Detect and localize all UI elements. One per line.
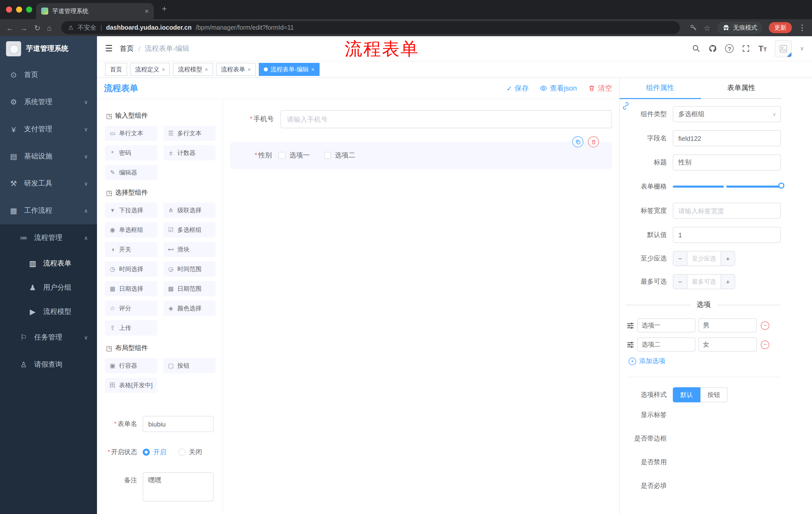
forward-icon[interactable]: →: [20, 24, 28, 31]
palette-item-editor[interactable]: ✎编辑器: [105, 165, 157, 180]
palette-item-slider[interactable]: ⊷滑块: [163, 242, 215, 257]
sidebar-item-workflow[interactable]: ▦ 工作流程 ∧: [0, 197, 97, 224]
palette-item-row-container[interactable]: ▣行容器: [105, 358, 157, 373]
browser-menu-icon[interactable]: ⋮: [799, 23, 806, 32]
sidebar-item-system[interactable]: ⚙ 系统管理 ∨: [0, 88, 97, 116]
checkbox[interactable]: [279, 152, 285, 159]
status-radio-off[interactable]: 关闭: [178, 448, 202, 457]
palette-item-switch[interactable]: ◑开关: [105, 242, 157, 257]
update-button[interactable]: 更新: [769, 22, 792, 33]
title-input[interactable]: [673, 154, 781, 170]
option-name-input[interactable]: [637, 318, 695, 332]
checkbox[interactable]: [324, 152, 331, 159]
grid-slider[interactable]: [673, 186, 781, 188]
field-name-input[interactable]: [673, 130, 781, 146]
palette-item-rate[interactable]: ☆评分: [105, 301, 157, 316]
remove-option-button[interactable]: −: [761, 340, 769, 349]
canvas-field-gender-selected[interactable]: *性别 选项一 选项二: [230, 142, 612, 169]
avatar[interactable]: [775, 40, 792, 57]
palette-item-date-range[interactable]: ▩日期范围: [163, 281, 215, 296]
tag-process-form[interactable]: 流程表单 ×: [216, 63, 256, 76]
add-option-button[interactable]: + 添加选项: [629, 357, 781, 366]
style-button-button[interactable]: 按钮: [700, 387, 728, 402]
fullscreen-icon[interactable]: [742, 44, 750, 53]
gender-option-1[interactable]: 选项一: [279, 151, 310, 160]
home-icon[interactable]: ⌂: [47, 24, 52, 31]
view-json-button[interactable]: 查看json: [540, 84, 577, 93]
help-icon[interactable]: ?: [725, 44, 734, 53]
palette-item-cascader[interactable]: ⋔级联选择: [163, 203, 215, 218]
tag-close-icon[interactable]: ×: [248, 66, 251, 72]
sidebar-item-home[interactable]: ⊙ 首页: [0, 61, 97, 88]
breadcrumb-home[interactable]: 首页: [120, 44, 134, 53]
default-value-input[interactable]: [673, 227, 781, 243]
tab-close-icon[interactable]: ×: [145, 7, 149, 15]
label-width-input[interactable]: [673, 203, 781, 219]
sidebar-item-process-mgmt[interactable]: ≔ 流程管理 ∧: [0, 224, 97, 251]
tag-process-definition[interactable]: 流程定义 ×: [130, 63, 170, 76]
address-bar[interactable]: ⚠ 不安全 | dashboard.yudao.iocoder.cn/bpm/m…: [61, 21, 679, 34]
palette-item-upload[interactable]: ⇪上传: [105, 320, 157, 335]
password-key-icon[interactable]: [689, 24, 697, 32]
form-name-input[interactable]: [143, 416, 213, 432]
form-remark-textarea[interactable]: 嘿嘿: [143, 472, 213, 502]
sidebar-item-pay[interactable]: ¥ 支付管理 ∨: [0, 116, 97, 143]
palette-item-counter[interactable]: ±计数器: [163, 145, 215, 160]
palette-item-button[interactable]: ▢按钮: [163, 358, 215, 373]
form-canvas[interactable]: *手机号 *性别 选项一 选项二: [223, 99, 619, 514]
palette-item-table[interactable]: 田表格[开发中]: [105, 378, 157, 393]
drag-handle-icon[interactable]: [627, 322, 634, 329]
sidebar-item-task-mgmt[interactable]: ⚐ 任务管理 ∨: [0, 324, 97, 351]
search-icon[interactable]: [692, 44, 701, 53]
sidebar-item-dev[interactable]: ⚒ 研发工具 ∨: [0, 170, 97, 197]
style-default-button[interactable]: 默认: [673, 387, 700, 402]
gender-option-2[interactable]: 选项二: [324, 151, 355, 160]
copy-component-button[interactable]: [572, 136, 583, 147]
link-icon[interactable]: [621, 102, 630, 110]
github-icon[interactable]: [709, 44, 717, 53]
drag-handle-icon[interactable]: [627, 341, 634, 348]
option-value-input[interactable]: [698, 337, 757, 352]
window-zoom-button[interactable]: [26, 6, 32, 12]
status-radio-on[interactable]: 开启: [143, 448, 166, 457]
sidebar-item-user-group[interactable]: ♟ 用户分组: [0, 276, 97, 300]
min-select-input[interactable]: 至少应选: [687, 251, 721, 266]
new-tab-button[interactable]: +: [162, 4, 167, 14]
option-value-input[interactable]: [698, 318, 757, 332]
palette-item-dropdown[interactable]: ▾下拉选择: [105, 203, 157, 218]
tag-process-model[interactable]: 流程模型 ×: [173, 63, 213, 76]
palette-item-time-range[interactable]: ◶时间范围: [163, 262, 215, 277]
tag-close-icon[interactable]: ×: [311, 66, 315, 72]
tag-process-form-edit[interactable]: 流程表单-编辑 ×: [259, 63, 320, 76]
palette-item-date-picker[interactable]: ▦日期选择: [105, 281, 157, 296]
palette-item-color-picker[interactable]: ◈颜色选择: [163, 301, 215, 316]
palette-item-password[interactable]: ＊密码: [105, 145, 157, 160]
palette-item-multi-line-text[interactable]: ☰多行文本: [163, 126, 215, 141]
palette-item-single-line-text[interactable]: ▭单行文本: [105, 126, 157, 141]
phone-input[interactable]: [280, 110, 612, 128]
back-icon[interactable]: ←: [6, 24, 13, 31]
tag-close-icon[interactable]: ×: [162, 66, 165, 72]
stepper-decrease-button[interactable]: −: [673, 275, 687, 289]
remove-option-button[interactable]: −: [761, 321, 769, 330]
sidebar-item-process-form[interactable]: ▥ 流程表单: [0, 251, 97, 276]
canvas-field-phone[interactable]: *手机号: [230, 110, 612, 128]
max-select-input[interactable]: 最多可选: [687, 275, 721, 289]
tag-home[interactable]: 首页: [105, 63, 127, 76]
bookmark-star-icon[interactable]: ☆: [704, 24, 710, 31]
palette-item-radio-group[interactable]: ◉单选框组: [105, 222, 157, 237]
window-close-button[interactable]: [6, 6, 12, 12]
sidebar-item-leave-query[interactable]: ♙ 请假查询: [0, 351, 97, 378]
sidebar-item-infra[interactable]: ▤ 基础设施 ∨: [0, 143, 97, 170]
stepper-decrease-button[interactable]: −: [673, 251, 687, 266]
clear-button[interactable]: 清空: [588, 84, 612, 93]
option-name-input[interactable]: [637, 337, 695, 352]
sidebar-item-process-model[interactable]: ▶ 流程模型: [0, 300, 97, 324]
palette-item-time-picker[interactable]: ◷时间选择: [105, 262, 157, 277]
reload-icon[interactable]: ↻: [34, 24, 40, 31]
stepper-increase-button[interactable]: +: [721, 275, 735, 289]
window-minimize-button[interactable]: [16, 6, 22, 12]
browser-tab[interactable]: 芋道管理系统 ×: [36, 3, 154, 19]
save-button[interactable]: ✓ 保存: [506, 84, 529, 93]
delete-component-button[interactable]: [588, 136, 599, 147]
